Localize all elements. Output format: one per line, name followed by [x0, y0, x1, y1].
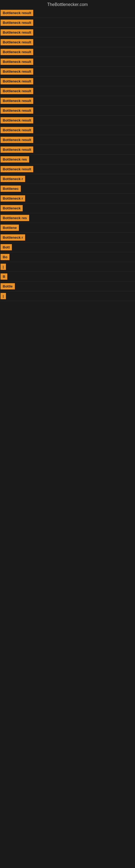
bottleneck-result-label[interactable]: Bottleneck result — [1, 59, 33, 65]
list-item: Bottlenec — [0, 184, 135, 194]
bottleneck-result-label[interactable]: Bottleneck — [1, 205, 23, 211]
bottleneck-result-label[interactable]: Bottleneck result — [1, 88, 33, 94]
list-item: Bottleneck result — [0, 18, 135, 28]
list-item: Bottle — [0, 282, 135, 291]
list-item: Bottleneck r — [0, 174, 135, 184]
bottleneck-result-label[interactable]: Bottleneck result — [1, 166, 33, 172]
list-item: Bottleneck result — [0, 47, 135, 57]
items-list: Bottleneck resultBottleneck resultBottle… — [0, 8, 135, 301]
bottleneck-result-label[interactable]: Bottleneck result — [1, 49, 33, 55]
bottleneck-result-label[interactable]: Bottleneck result — [1, 137, 33, 143]
bottleneck-result-label[interactable]: Bottleneck result — [1, 10, 33, 16]
list-item: B — [0, 272, 135, 282]
list-item: Bottleneck result — [0, 57, 135, 67]
bottleneck-result-label[interactable]: Bott — [1, 244, 12, 250]
list-item: Bottleneck r — [0, 194, 135, 204]
list-item: Bottleneck result — [0, 164, 135, 174]
bottleneck-result-label[interactable]: Bottleneck result — [1, 29, 33, 35]
list-item: | — [0, 262, 135, 272]
list-item: Bottleneck result — [0, 106, 135, 116]
bottleneck-result-label[interactable]: Bottleneck r — [1, 176, 25, 182]
bottleneck-result-label[interactable]: Bottleneck result — [1, 127, 33, 133]
bottleneck-result-label[interactable]: Bottleneck r — [1, 195, 25, 202]
bottleneck-result-label[interactable]: Bottleneck result — [1, 39, 33, 45]
list-item: Bottleneck res — [0, 213, 135, 223]
bottleneck-result-label[interactable]: Bo — [1, 254, 9, 260]
bottleneck-result-label[interactable]: Bottlene — [1, 225, 19, 231]
site-title: TheBottlenecker.com — [0, 0, 135, 8]
list-item: Bottleneck result — [0, 8, 135, 18]
bottleneck-result-label[interactable]: Bottleneck result — [1, 98, 33, 104]
bottleneck-result-label[interactable]: Bottleneck result — [1, 147, 33, 153]
bottleneck-result-label[interactable]: Bottlenec — [1, 186, 21, 192]
bottleneck-result-label[interactable]: Bottleneck res — [1, 156, 29, 162]
list-item: Bottleneck r — [0, 233, 135, 243]
bottleneck-result-label[interactable]: Bottleneck result — [1, 78, 33, 84]
bottleneck-result-label[interactable]: Bottleneck res — [1, 215, 29, 221]
list-item: Bott — [0, 243, 135, 252]
bottleneck-result-label[interactable]: Bottleneck result — [1, 68, 33, 74]
list-item: Bottleneck result — [0, 28, 135, 37]
list-item: Bottleneck result — [0, 86, 135, 96]
list-item: Bottleneck result — [0, 37, 135, 47]
list-item: Bottleneck result — [0, 125, 135, 135]
list-item: Bottleneck result — [0, 116, 135, 125]
list-item: Bottleneck — [0, 204, 135, 213]
bottleneck-result-label[interactable]: | — [1, 293, 6, 299]
bottleneck-result-label[interactable]: | — [1, 264, 6, 270]
list-item: | — [0, 291, 135, 301]
list-item: Bottleneck res — [0, 155, 135, 164]
list-item: Bottleneck result — [0, 96, 135, 106]
list-item: Bottleneck result — [0, 67, 135, 76]
site-title-container: TheBottlenecker.com — [0, 0, 135, 8]
bottleneck-result-label[interactable]: Bottleneck r — [1, 235, 25, 241]
list-item: Bottleneck result — [0, 76, 135, 86]
bottleneck-result-label[interactable]: Bottle — [1, 283, 15, 289]
bottleneck-result-label[interactable]: Bottleneck result — [1, 20, 33, 26]
bottleneck-result-label[interactable]: Bottleneck result — [1, 107, 33, 114]
list-item: Bottlene — [0, 223, 135, 233]
bottleneck-result-label[interactable]: B — [1, 273, 7, 280]
bottleneck-result-label[interactable]: Bottleneck result — [1, 117, 33, 123]
list-item: Bo — [0, 252, 135, 262]
list-item: Bottleneck result — [0, 135, 135, 145]
list-item: Bottleneck result — [0, 145, 135, 155]
